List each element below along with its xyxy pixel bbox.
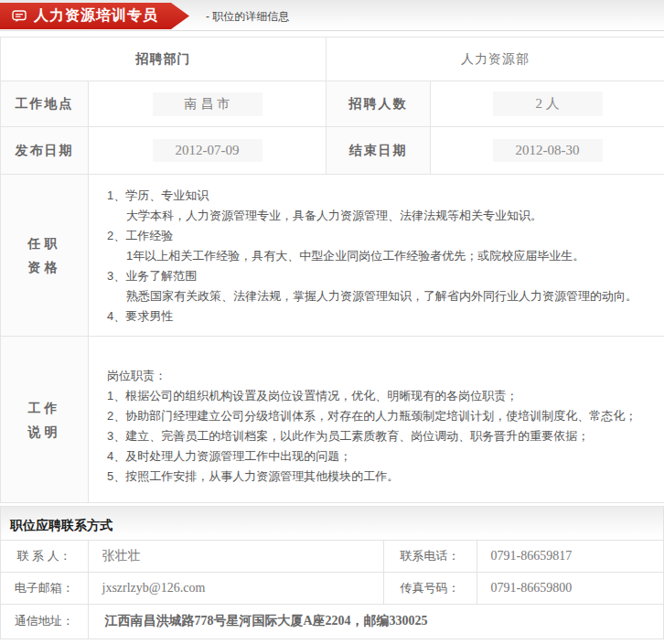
contact-fax-value: 0791-86659800 [477,573,663,605]
description-line: 5、按照工作安排，从事人力资源管理其他模块的工作。 [107,467,655,487]
description-line: 1、根据公司的组织机构设置及岗位设置情况，优化、明晰现有的各岗位职责； [107,386,655,406]
qualification-line: 1年以上相关工作经验，具有大、中型企业同岗位工作经验者优先；或院校应届毕业生。 [126,246,655,266]
contact-person-value: 张壮壮 [88,541,383,573]
contact-section-title: 职位应聘联系方式 [1,507,663,540]
headcount-label: 招聘人数 [327,81,431,127]
location-label: 工作地点 [1,81,89,127]
table-row-description: 工作说明 岗位职责： 1、根据公司的组织机构设置及岗位设置情况，优化、明晰现有的… [1,337,664,503]
page-subtitle: - 职位的详细信息 [206,9,289,25]
location-value: 南 昌 市 [89,81,327,127]
contact-address-label: 通信地址： [1,605,88,639]
headcount-value: 2 人 [431,81,664,127]
qualification-line: 2、工作经验 [107,226,655,246]
top-band: 人力资源培训专员 - 职位的详细信息 [0,0,664,31]
table-row-dates: 发布日期 2012-07-09 结束日期 2012-08-30 [1,127,664,175]
qualification-line: 4、要求男性 [107,306,655,327]
description-content: 岗位职责： 1、根据公司的组织机构设置及岗位设置情况，优化、明晰现有的各岗位职责… [89,337,664,503]
description-line: 2、协助部门经理建立公司分级培训体系，对存在的人力瓶颈制定培训计划，使培训制度化… [107,406,655,426]
job-info-table: 招聘部门 人力资源部 工作地点 南 昌 市 招聘人数 2 人 发布日期 2012… [0,37,664,503]
description-line: 4、及时处理人力资源管理工作中出现的问题； [107,446,655,467]
qualification-line: 3、业务了解范围 [107,266,655,286]
qualification-line: 熟悉国家有关政策、法律法规，掌握人力资源管理知识，了解省内外同行业人力资源管理的… [126,286,655,306]
table-row-location-headcount: 工作地点 南 昌 市 招聘人数 2 人 [1,81,664,127]
job-detail-page: 人力资源培训专员 - 职位的详细信息 招聘部门 人力资源部 工作地点 南 昌 市… [0,0,664,644]
page-title: 人力资源培训专员 [34,6,158,26]
contact-address-value: 江西南昌洪城路778号星河国际大厦A座2204，邮编330025 [88,605,663,639]
department-label: 招聘部门 [1,38,327,81]
table-row-qualifications: 任职资格 1、学历、专业知识 大学本科，人力资源管理专业，具备人力资源管理、法律… [1,175,664,337]
department-value: 人力资源部 [327,38,664,81]
contact-email-value: jxszrlzyb@126.com [88,573,383,605]
contact-person-label: 联 系 人： [1,541,88,573]
contact-section: 职位应聘联系方式 联 系 人： 张壮壮 联系电话： 0791-86659817 … [0,506,664,639]
contact-email-label: 电子邮箱： [1,573,88,605]
qualification-line: 大学本科，人力资源管理专业，具备人力资源管理、法律法规等相关专业知识。 [126,206,655,226]
contact-phone-value: 0791-86659817 [477,541,663,573]
table-row-department: 招聘部门 人力资源部 [1,38,664,81]
qualifications-label: 任职资格 [1,175,89,337]
qualifications-content: 1、学历、专业知识 大学本科，人力资源管理专业，具备人力资源管理、法律法规等相关… [89,175,664,337]
contact-row-email-fax: 电子邮箱： jxszrlzyb@126.com 传真号码： 0791-86659… [1,573,663,605]
contact-row-address: 通信地址： 江西南昌洪城路778号星河国际大厦A座2204，邮编330025 [1,605,663,639]
qualification-line: 1、学历、专业知识 [107,186,655,206]
deadline-value: 2012-08-30 [431,127,664,175]
deadline-label: 结束日期 [327,127,431,175]
description-line: 3、建立、完善员工的培训档案，以此作为员工素质教育、岗位调动、职务晋升的重要依据… [107,426,655,446]
job-title-banner: 人力资源培训专员 [0,3,189,29]
speech-bubble-icon [12,10,27,23]
contact-phone-label: 联系电话： [383,541,477,573]
description-label: 工作说明 [1,337,89,503]
contact-fax-label: 传真号码： [383,573,477,605]
publish-date-label: 发布日期 [1,127,89,175]
description-line: 岗位职责： [107,366,655,386]
publish-date-value: 2012-07-09 [89,127,327,175]
contact-row-person-phone: 联 系 人： 张壮壮 联系电话： 0791-86659817 [1,541,663,573]
contact-table: 联 系 人： 张壮壮 联系电话： 0791-86659817 电子邮箱： jxs… [1,540,663,639]
